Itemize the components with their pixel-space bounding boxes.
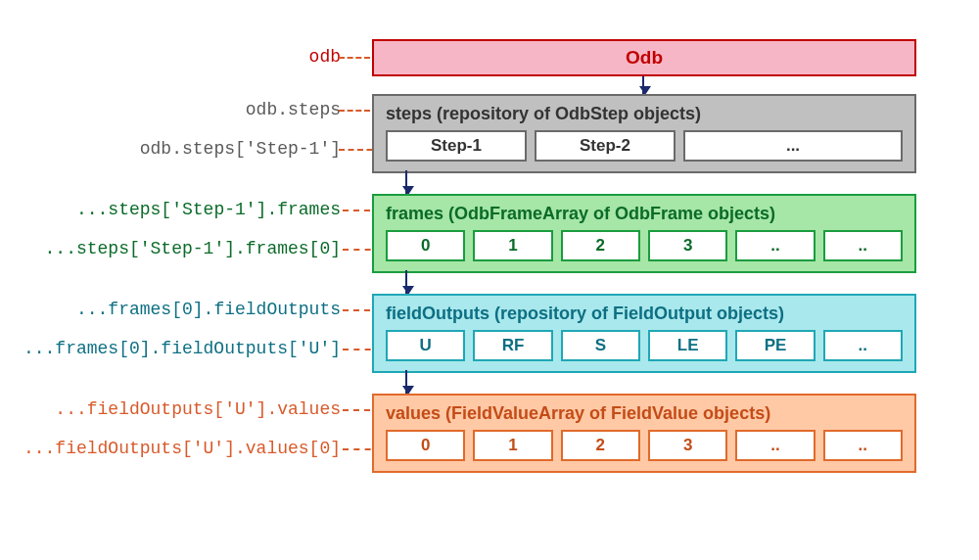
cell-frame: .. — [823, 230, 903, 261]
box-odb: Odb — [372, 39, 916, 76]
connector-dash — [343, 409, 370, 411]
cells-frames: 0 1 2 3 .. .. — [386, 230, 903, 261]
cell-frame: .. — [735, 230, 815, 261]
cell-fieldoutput: LE — [648, 330, 727, 361]
box-frames: frames (OdbFrameArray of OdbFrame object… — [372, 194, 916, 273]
cell-value: .. — [735, 430, 815, 461]
cell-frame: 0 — [386, 230, 465, 261]
cell-value: 3 — [648, 430, 727, 461]
box-frames-title: frames (OdbFrameArray of OdbFrame object… — [386, 204, 903, 224]
cell-frame: 3 — [648, 230, 727, 261]
cell-value: 1 — [473, 430, 552, 461]
box-odb-title: Odb — [626, 47, 663, 68]
arrow-down — [405, 270, 407, 294]
arrow-down — [405, 370, 407, 394]
cell-value: 2 — [561, 430, 640, 461]
label-values: ...fieldOutputs['U'].values — [55, 399, 341, 419]
label-steps: odb.steps — [246, 100, 341, 119]
label-odb: odb — [309, 47, 341, 67]
odb-hierarchy-diagram: odb Odb odb.steps odb.steps['Step-1'] st… — [20, 39, 959, 491]
cell-fieldoutput: PE — [735, 330, 815, 361]
cell-value: 0 — [386, 430, 465, 461]
box-fieldoutputs: fieldOutputs (repository of FieldOutput … — [372, 294, 916, 373]
cells-fieldoutputs: U RF S LE PE .. — [386, 330, 903, 361]
cells-steps: Step-1 Step-2 ... — [386, 130, 903, 162]
cell-fieldoutput: RF — [473, 330, 552, 361]
label-values-item: ...fieldOutputs['U'].values[0] — [23, 439, 341, 458]
connector-dash — [339, 110, 370, 112]
label-steps-item: odb.steps['Step-1'] — [140, 139, 341, 159]
cell-step: ... — [683, 130, 903, 162]
arrow-down — [405, 170, 407, 194]
label-frames: ...steps['Step-1'].frames — [76, 200, 341, 219]
cells-values: 0 1 2 3 .. .. — [386, 430, 903, 461]
arrow-down — [642, 76, 644, 94]
label-frames-item: ...steps['Step-1'].frames[0] — [45, 239, 341, 258]
cell-value: .. — [823, 430, 903, 461]
label-fieldoutputs: ...frames[0].fieldOutputs — [76, 300, 341, 319]
box-steps-title: steps (repository of OdbStep objects) — [386, 104, 903, 124]
box-values: values (FieldValueArray of FieldValue ob… — [372, 394, 916, 473]
connector-dash — [343, 210, 370, 211]
cell-frame: 2 — [561, 230, 640, 261]
label-fieldoutputs-item: ...frames[0].fieldOutputs['U'] — [23, 339, 341, 358]
cell-fieldoutput: U — [386, 330, 465, 361]
cell-step: Step-2 — [535, 130, 676, 162]
connector-dash — [339, 57, 370, 59]
box-values-title: values (FieldValueArray of FieldValue ob… — [386, 403, 903, 424]
box-steps: steps (repository of OdbStep objects) St… — [372, 94, 916, 173]
cell-fieldoutput: .. — [823, 330, 903, 361]
cell-fieldoutput: S — [561, 330, 640, 361]
box-fieldoutputs-title: fieldOutputs (repository of FieldOutput … — [386, 303, 903, 324]
cell-step: Step-1 — [386, 130, 527, 162]
connector-dash — [343, 309, 370, 311]
cell-frame: 1 — [473, 230, 552, 261]
